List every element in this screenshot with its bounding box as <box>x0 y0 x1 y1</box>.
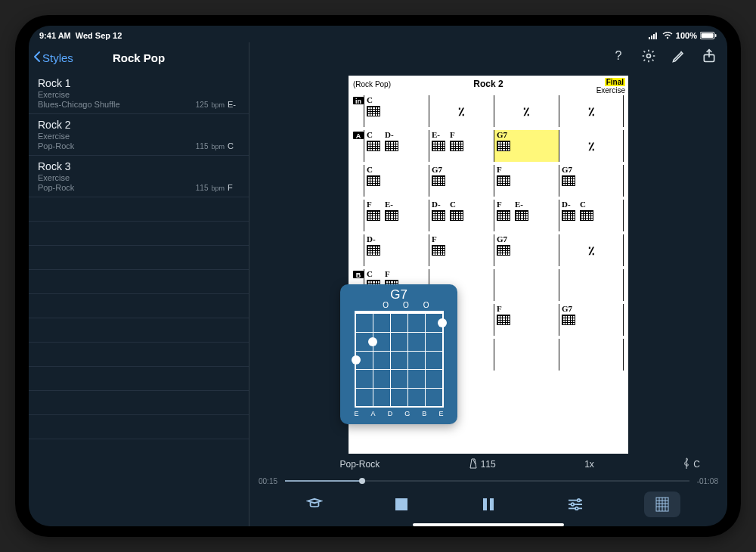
fretboard <box>355 311 444 408</box>
chord-diagram-icon <box>432 141 445 151</box>
chord-name: C <box>367 131 373 139</box>
chord-cell[interactable]: ٪ <box>494 95 559 127</box>
section-marker: in <box>353 97 364 104</box>
svg-point-20 <box>575 507 578 510</box>
chart-line: FE-D-CFE-D-C <box>349 198 628 233</box>
repeat-sign: ٪ <box>588 139 595 154</box>
section-marker: A <box>353 132 364 139</box>
finger-dot <box>368 337 377 346</box>
chord-cell[interactable] <box>559 339 624 371</box>
svg-rect-12 <box>395 498 407 510</box>
status-time: 9:41 AM <box>39 31 71 40</box>
chord-name: D- <box>367 235 376 243</box>
style-list[interactable]: Rock 1 Exercise Blues-Chicago Shuffle 12… <box>29 73 249 526</box>
chord-diagram-icon <box>562 315 575 325</box>
chord-cell[interactable] <box>559 269 624 301</box>
chord-cell[interactable]: C <box>364 95 429 127</box>
chart-line: D-FG7٪ <box>349 233 628 268</box>
list-item[interactable] <box>29 270 249 294</box>
list-item-subtitle: Exercise <box>38 173 240 182</box>
chord-cell[interactable]: G7 <box>494 130 559 162</box>
list-item[interactable] <box>29 246 249 270</box>
chord-cell[interactable]: G7 <box>494 234 559 266</box>
chord-cell[interactable]: ٪ <box>559 130 624 162</box>
section-marker: B <box>353 271 364 278</box>
metronome-icon <box>469 458 478 471</box>
back-label: Styles <box>42 51 73 64</box>
chord-name: F <box>385 270 390 278</box>
chord-cell[interactable]: CD- <box>364 130 429 162</box>
list-item[interactable] <box>29 415 249 439</box>
chord-cell[interactable]: D-C <box>559 200 624 231</box>
list-item[interactable]: Rock 1 Exercise Blues-Chicago Shuffle 12… <box>29 73 249 114</box>
chord-cell[interactable]: C <box>364 165 429 197</box>
sheet-tag-final: Final <box>605 78 625 86</box>
bpm-unit: bpm <box>211 101 225 109</box>
chord-cell[interactable]: F <box>429 234 494 266</box>
chord-cell[interactable]: D-C <box>429 200 494 231</box>
chord-cell[interactable]: G7 <box>559 165 624 197</box>
list-item[interactable] <box>29 367 249 391</box>
sheet-title: Rock 2 <box>349 79 628 89</box>
finger-dot <box>352 355 361 364</box>
chord-name: F <box>497 200 502 209</box>
list-item[interactable]: Rock 3 Exercise Pop-Rock 115 bpm F <box>29 156 249 197</box>
chord-cell[interactable]: E-F <box>429 130 494 162</box>
edit-icon[interactable] <box>671 48 686 67</box>
tempo-control[interactable]: 115 <box>469 458 496 471</box>
share-icon[interactable] <box>702 48 717 67</box>
list-item[interactable]: Rock 2 Exercise Pop-Rock 115 bpm C <box>29 114 249 156</box>
chord-cell[interactable]: F <box>494 165 559 197</box>
chord-cell[interactable]: FE- <box>494 200 559 231</box>
list-item-subtitle: Exercise <box>38 90 240 99</box>
practice-mode-button[interactable] <box>296 498 333 511</box>
player-style[interactable]: Pop-Rock <box>339 459 380 470</box>
stop-button[interactable] <box>383 498 420 511</box>
help-icon[interactable]: ? <box>611 48 626 67</box>
chord-diagram-icon <box>497 210 510 221</box>
chord-name: C <box>367 96 373 104</box>
chord-cell[interactable] <box>494 269 559 301</box>
gear-icon[interactable] <box>641 48 656 67</box>
list-item[interactable] <box>29 294 249 318</box>
svg-rect-6 <box>702 33 714 38</box>
sidebar-header: Styles Rock Pop <box>29 42 249 73</box>
finger-dot <box>438 318 447 327</box>
home-indicator[interactable] <box>413 523 564 526</box>
chord-diagram-icon <box>497 175 510 186</box>
key-control[interactable]: C <box>683 457 700 472</box>
chord-cell[interactable]: G7 <box>559 304 624 336</box>
repeat-sign: ٪ <box>588 243 595 258</box>
list-item[interactable] <box>29 318 249 343</box>
pause-button[interactable] <box>470 498 507 511</box>
list-item[interactable] <box>29 391 249 415</box>
chord-name: F <box>450 131 455 139</box>
list-item[interactable] <box>29 343 249 367</box>
chord-cell[interactable]: G7 <box>429 165 494 197</box>
back-button[interactable]: Styles <box>33 51 73 65</box>
chord-cell[interactable] <box>494 339 559 371</box>
list-item-bpm: 125 <box>196 101 209 109</box>
speed-control[interactable]: 1x <box>584 459 594 470</box>
chord-popup-name: G7 <box>390 287 407 302</box>
list-item[interactable] <box>29 197 249 222</box>
bpm-unit: bpm <box>211 143 225 150</box>
chord-name: F <box>432 235 437 243</box>
chord-diagram-icon <box>450 141 463 151</box>
chord-cell[interactable]: ٪ <box>429 95 494 127</box>
sheet-area[interactable]: (Rock Pop) Rock 2 Final Exercise inC٪٪٪A… <box>249 73 727 454</box>
chord-cell[interactable]: F <box>494 304 559 336</box>
chord-cell[interactable]: ٪ <box>559 95 624 127</box>
list-item[interactable] <box>29 222 249 246</box>
chord-diagram-icon <box>580 210 593 221</box>
chord-cell[interactable]: D- <box>364 234 429 266</box>
repeat-sign: ٪ <box>458 104 465 119</box>
mixer-button[interactable] <box>557 498 593 511</box>
chord-popup[interactable]: G7 O O O <box>340 284 457 424</box>
chord-cell[interactable]: ٪ <box>559 234 624 266</box>
chord-view-button[interactable] <box>644 492 680 517</box>
section-marker <box>353 165 364 166</box>
progress-slider[interactable] <box>285 480 689 482</box>
chord-cell[interactable]: FE- <box>364 200 429 231</box>
list-item-bpm: 115 <box>196 184 209 192</box>
